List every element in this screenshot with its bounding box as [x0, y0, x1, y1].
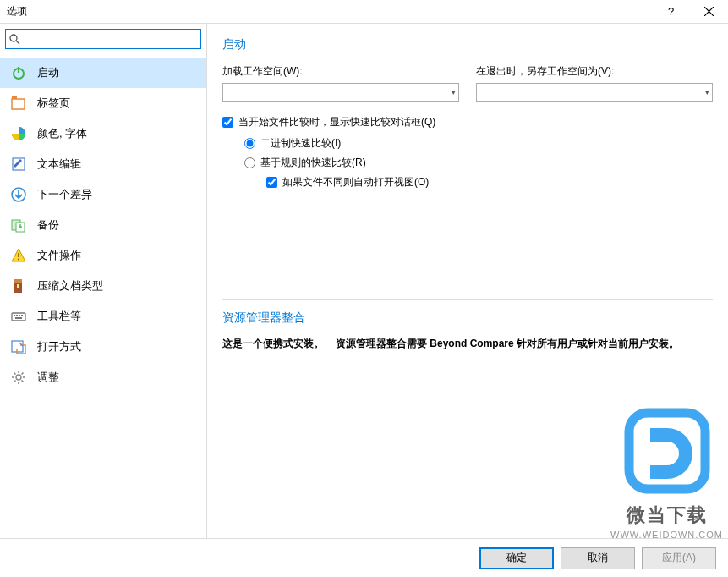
- titlebar: 选项 ?: [0, 0, 728, 24]
- rules-compare-radio[interactable]: [244, 157, 255, 168]
- keyboard-icon: [10, 308, 27, 325]
- warning-icon: [10, 247, 27, 264]
- edit-icon: [10, 156, 27, 173]
- svg-line-30: [22, 373, 24, 375]
- section-title-explorer: 资源管理器整合: [222, 310, 713, 326]
- svg-rect-16: [14, 315, 15, 316]
- nav-label: 文件操作: [37, 248, 81, 263]
- nav-item-openwith[interactable]: 打开方式: [0, 332, 206, 362]
- nav-item-colors[interactable]: 颜色, 字体: [0, 118, 206, 149]
- sidebar: 启动 标签页 颜色, 字体 文本编辑 下一个差异 备份: [0, 24, 207, 538]
- openview-label: 如果文件不同则自动打开视图(O): [282, 175, 429, 190]
- nav-label: 标签页: [37, 96, 70, 111]
- svg-rect-15: [12, 313, 25, 321]
- svg-rect-18: [19, 315, 20, 316]
- search-box[interactable]: [5, 29, 201, 49]
- nav-label: 启动: [37, 65, 59, 80]
- nav-item-tweaks[interactable]: 调整: [0, 362, 206, 393]
- svg-rect-5: [12, 96, 17, 99]
- search-input[interactable]: [23, 30, 198, 47]
- apply-button[interactable]: 应用(A): [642, 547, 716, 569]
- footer: 确定 取消 应用(A): [0, 538, 728, 577]
- show-quickcompare-label: 当开始文件比较时，显示快速比较对话框(Q): [238, 115, 435, 129]
- svg-line-27: [14, 373, 16, 375]
- nav-label: 下一个差异: [37, 187, 92, 202]
- nav-label: 文本编辑: [37, 157, 81, 172]
- nav-list: 启动 标签页 颜色, 字体 文本编辑 下一个差异 备份: [0, 54, 206, 393]
- svg-point-22: [16, 375, 21, 380]
- nav-item-archive[interactable]: 压缩文档类型: [0, 271, 206, 301]
- nav-label: 颜色, 字体: [37, 126, 87, 141]
- nav-item-nextdiff[interactable]: 下一个差异: [0, 179, 206, 210]
- explorer-text: 这是一个便携式安装。资源管理器整合需要 Beyond Compare 针对所有用…: [222, 336, 713, 352]
- svg-point-11: [18, 259, 19, 261]
- svg-point-0: [10, 35, 17, 41]
- openview-checkbox[interactable]: [266, 177, 277, 188]
- svg-line-29: [14, 381, 16, 382]
- power-icon: [10, 64, 27, 81]
- svg-rect-17: [16, 315, 18, 316]
- help-button[interactable]: ?: [652, 0, 690, 24]
- load-workspace-select[interactable]: [222, 83, 459, 102]
- content-panel: 启动 加载工作空间(W): ▾ 在退出时，另存工作空间为(V): ▾ 当开始文件…: [207, 24, 728, 538]
- nav-label: 压缩文档类型: [37, 278, 103, 294]
- svg-rect-4: [12, 99, 25, 109]
- svg-rect-12: [14, 279, 22, 283]
- ok-button[interactable]: 确定: [479, 547, 554, 569]
- nav-item-fileops[interactable]: 文件操作: [0, 240, 206, 271]
- gear-icon: [10, 369, 27, 386]
- binary-compare-label: 二进制快速比较(I): [260, 136, 341, 151]
- nav-label: 打开方式: [37, 339, 81, 354]
- search-icon: [8, 33, 20, 45]
- palette-icon: [10, 125, 27, 142]
- nav-label: 备份: [37, 217, 59, 233]
- archive-icon: [10, 278, 27, 294]
- svg-rect-20: [15, 317, 22, 319]
- nav-item-startup[interactable]: 启动: [0, 58, 206, 88]
- cancel-button[interactable]: 取消: [561, 547, 635, 569]
- svg-line-28: [22, 381, 24, 382]
- nav-item-toolbar[interactable]: 工具栏等: [0, 301, 206, 332]
- close-icon: [704, 7, 714, 16]
- load-workspace-label: 加载工作空间(W):: [222, 64, 459, 79]
- section-title-startup: 启动: [222, 37, 713, 52]
- binary-compare-radio[interactable]: [244, 138, 255, 149]
- nav-label: 工具栏等: [37, 309, 81, 324]
- nav-item-tabs[interactable]: 标签页: [0, 88, 206, 118]
- backup-icon: [10, 217, 27, 234]
- svg-line-1: [16, 41, 19, 44]
- close-button[interactable]: [690, 0, 728, 24]
- nav-label: 调整: [37, 370, 59, 385]
- save-workspace-label: 在退出时，另存工作空间为(V):: [476, 64, 713, 79]
- nav-item-textedit[interactable]: 文本编辑: [0, 149, 206, 179]
- svg-rect-14: [17, 284, 19, 288]
- tabs-icon: [10, 95, 27, 112]
- openwith-icon: [10, 338, 27, 355]
- svg-rect-19: [21, 315, 23, 316]
- save-workspace-select[interactable]: [476, 83, 713, 102]
- down-arrow-icon: [10, 186, 27, 203]
- window-title: 选项: [7, 4, 652, 19]
- nav-item-backup[interactable]: 备份: [0, 210, 206, 240]
- show-quickcompare-checkbox[interactable]: [222, 117, 233, 128]
- rules-compare-label: 基于规则的快速比较(R): [260, 156, 366, 170]
